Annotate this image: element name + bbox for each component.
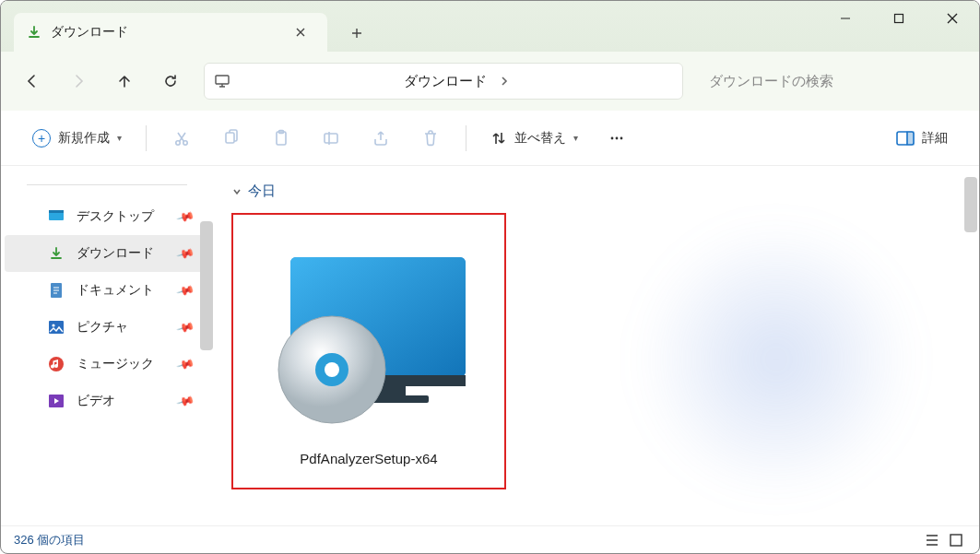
window-controls (819, 1, 979, 36)
group-header-today[interactable]: 今日 (231, 183, 961, 200)
group-label: 今日 (248, 183, 276, 200)
sort-label: 並べ替え (514, 130, 566, 147)
share-button[interactable] (359, 120, 403, 157)
sort-icon (490, 130, 507, 147)
svg-point-17 (52, 324, 54, 326)
toolbar: + 新規作成 ▾ 並べ替え ▾ 詳細 (1, 111, 979, 166)
new-button[interactable]: + 新規作成 ▾ (21, 120, 133, 157)
address-bar: ダウンロード ダウンロードの検索 (1, 52, 979, 111)
separator (146, 125, 147, 151)
pin-icon: 📌 (175, 207, 195, 227)
tab-downloads[interactable]: ダウンロード (14, 13, 327, 52)
item-count: 326 個の項目 (14, 532, 85, 548)
more-button[interactable] (595, 120, 639, 157)
breadcrumb-current[interactable]: ダウンロード (404, 73, 487, 90)
svg-point-18 (49, 357, 64, 371)
delete-button[interactable] (408, 120, 453, 157)
chevron-down-icon (231, 186, 242, 197)
download-icon (27, 25, 41, 40)
svg-rect-1 (216, 76, 229, 84)
sidebar-item-label: デスクトップ (77, 208, 154, 225)
sidebar-item-downloads[interactable]: ダウンロード 📌 (5, 235, 209, 272)
maximize-button[interactable] (872, 1, 926, 36)
search-placeholder: ダウンロードの検索 (709, 73, 833, 90)
sidebar-item-music[interactable]: ミュージック 📌 (5, 346, 209, 383)
svg-rect-7 (325, 134, 337, 143)
separator (466, 125, 466, 151)
details-pane-icon (896, 131, 915, 146)
up-button[interactable] (104, 63, 145, 100)
svg-rect-0 (895, 15, 903, 23)
refresh-button[interactable] (150, 63, 191, 100)
pin-icon: 📌 (175, 318, 195, 337)
plus-circle-icon: + (32, 129, 51, 147)
download-icon (47, 244, 65, 263)
sidebar-item-label: ダウンロード (77, 245, 154, 262)
search-input[interactable]: ダウンロードの検索 (696, 63, 891, 100)
pictures-icon (47, 318, 65, 336)
svg-point-27 (325, 362, 339, 377)
installer-icon (263, 248, 475, 432)
close-window-button[interactable] (926, 1, 979, 36)
breadcrumb: ダウンロード (240, 73, 673, 90)
document-icon (47, 281, 65, 300)
blurred-preview (638, 221, 915, 498)
details-label: 詳細 (922, 130, 948, 147)
sidebar-item-label: ドキュメント (77, 282, 154, 299)
file-item[interactable]: PdfAnalyzerSetup-x64 (231, 213, 506, 489)
pin-icon: 📌 (175, 244, 195, 264)
content-scrollbar[interactable] (964, 177, 977, 232)
status-bar: 326 個の項目 (1, 525, 979, 553)
view-grid-button[interactable] (946, 530, 966, 550)
video-icon (47, 392, 65, 410)
back-button[interactable] (12, 63, 53, 100)
cut-button[interactable] (159, 120, 204, 157)
divider (27, 184, 187, 185)
sort-button[interactable]: 並べ替え ▾ (479, 120, 589, 157)
desktop-icon (47, 207, 65, 226)
new-label: 新規作成 (58, 130, 110, 147)
monitor-icon (214, 73, 230, 89)
svg-rect-28 (950, 535, 962, 546)
forward-button[interactable] (58, 63, 99, 100)
sidebar-item-pictures[interactable]: ピクチャ 📌 (5, 309, 209, 346)
svg-point-9 (616, 136, 619, 139)
sidebar-item-documents[interactable]: ドキュメント 📌 (5, 272, 209, 309)
pin-icon: 📌 (175, 392, 195, 411)
details-pane-button[interactable]: 詳細 (885, 120, 959, 157)
music-icon (47, 355, 65, 373)
svg-rect-14 (49, 210, 64, 213)
minimize-button[interactable] (819, 1, 872, 36)
sidebar-item-videos[interactable]: ビデオ 📌 (5, 383, 209, 419)
sidebar-scrollbar[interactable] (200, 221, 213, 350)
pin-icon: 📌 (175, 281, 195, 301)
sidebar: デスクトップ 📌 ダウンロード 📌 ドキュメント 📌 ピクチャ 📌 (1, 166, 213, 525)
svg-point-8 (611, 136, 614, 139)
sidebar-item-desktop[interactable]: デスクトップ 📌 (5, 198, 209, 235)
close-tab-button[interactable] (287, 18, 314, 46)
svg-point-10 (620, 136, 623, 139)
title-bar: ダウンロード (1, 1, 979, 52)
chevron-down-icon: ▾ (117, 133, 122, 143)
pin-icon: 📌 (175, 355, 195, 374)
svg-rect-12 (907, 132, 914, 145)
copy-button[interactable] (209, 120, 254, 157)
address-box[interactable]: ダウンロード (204, 63, 683, 100)
file-list: 今日 PdfAnalyzerS (213, 166, 979, 525)
chevron-right-icon[interactable] (500, 75, 509, 88)
svg-rect-4 (226, 133, 234, 143)
file-name: PdfAnalyzerSetup-x64 (300, 451, 437, 466)
sidebar-item-label: ピクチャ (77, 319, 128, 336)
rename-button[interactable] (309, 120, 353, 157)
paste-button[interactable] (259, 120, 303, 157)
chevron-down-icon: ▾ (573, 133, 578, 143)
new-tab-button[interactable] (338, 15, 375, 52)
view-list-button[interactable] (922, 530, 942, 550)
tab-title: ダウンロード (51, 24, 277, 41)
sidebar-item-label: ミュージック (77, 356, 154, 372)
sidebar-item-label: ビデオ (77, 393, 115, 409)
